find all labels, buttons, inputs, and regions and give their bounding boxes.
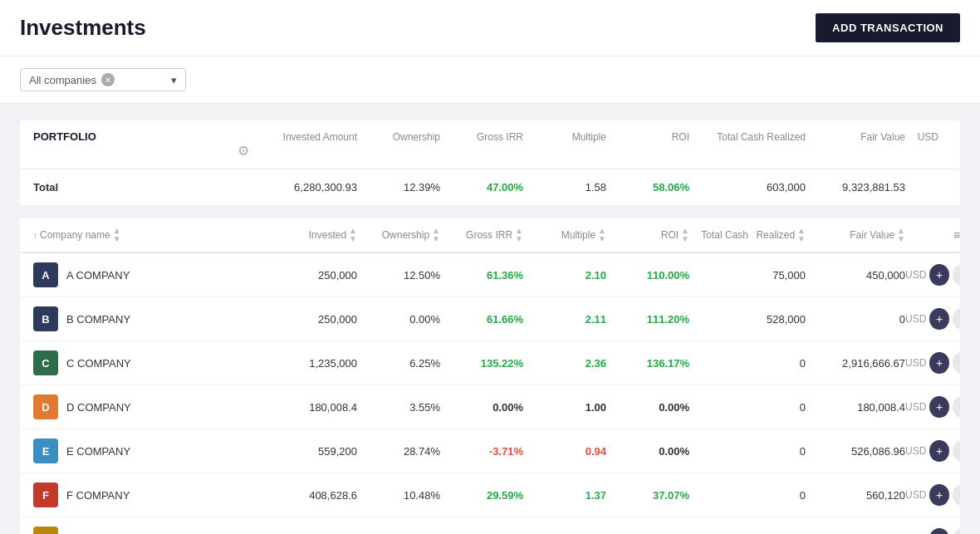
more-options-button[interactable]: ⋮ <box>953 396 960 418</box>
col-invested-amount: Invested Amount <box>249 131 357 143</box>
company-cash-realized: 528,000 <box>689 313 806 326</box>
company-gross-irr: 61.36% <box>440 269 523 282</box>
company-gross-irr: 61.66% <box>440 313 523 326</box>
total-multiple: 1.58 <box>523 181 606 194</box>
company-multiple: 0.94 <box>523 445 606 458</box>
company-actions: USD + ⋮ <box>905 352 960 374</box>
add-transaction-row-button[interactable]: + <box>929 484 948 506</box>
company-currency: USD <box>905 357 926 369</box>
portfolio-header: PORTFOLIO Invested Amount Ownership Gros… <box>20 120 960 169</box>
company-ownership: 0.00% <box>357 313 440 326</box>
company-roi: 0.00% <box>606 401 689 414</box>
company-cash-realized: 75,000 <box>689 269 806 282</box>
company-invested: 1,235,000 <box>249 357 357 370</box>
company-avatar: G <box>33 527 58 534</box>
table-row: C C COMPANY 1,235,000 6.25% 135.22% 2.36… <box>20 341 960 385</box>
company-avatar: D <box>33 394 58 419</box>
more-options-button[interactable]: ⋮ <box>953 440 960 462</box>
company-filter-dropdown[interactable]: All companies ✕ ▾ <box>20 68 186 91</box>
table-row: E E COMPANY 559,200 28.74% -3.71% 0.94 0… <box>20 429 960 473</box>
company-gross-irr: 29.59% <box>440 489 523 502</box>
page-title: Investments <box>20 15 146 41</box>
company-actions: USD + ⋮ <box>905 528 960 534</box>
settings-icon[interactable]: ⚙ <box>238 144 249 158</box>
table-row: B B COMPANY 250,000 0.00% 61.66% 2.11 11… <box>20 297 960 341</box>
companies-table: ↑ Company name ▲▼ Invested ▲▼ Ownership … <box>20 218 960 534</box>
more-options-button[interactable]: ⋮ <box>953 308 960 330</box>
company-cash-realized: 0 <box>689 445 806 458</box>
col-header-fair-value[interactable]: Fair Value ▲▼ <box>806 227 905 243</box>
company-avatar: A <box>33 262 58 287</box>
more-options-button[interactable]: ⋮ <box>953 528 960 534</box>
company-multiple: 2.11 <box>523 313 606 326</box>
company-roi: 111.20% <box>606 313 689 326</box>
company-actions: USD + ⋮ <box>905 484 960 506</box>
more-options-button[interactable]: ⋮ <box>953 352 960 374</box>
company-name-text: F COMPANY <box>66 489 130 502</box>
total-fair-value: 9,323,881.53 <box>806 181 905 194</box>
filter-clear-icon[interactable]: ✕ <box>101 73 115 86</box>
company-name-text: D COMPANY <box>66 401 131 414</box>
company-name-text: A COMPANY <box>66 269 130 282</box>
add-transaction-row-button[interactable]: + <box>929 352 948 374</box>
total-ownership: 12.39% <box>357 181 440 194</box>
header: Investments ADD TRANSACTION <box>0 0 980 56</box>
company-roi: 0.00% <box>606 445 689 458</box>
main-content: PORTFOLIO Invested Amount Ownership Gros… <box>0 104 980 534</box>
company-name-cell: D D COMPANY <box>33 394 249 419</box>
total-label: Total <box>33 181 249 194</box>
company-rows-container: A A COMPANY 250,000 12.50% 61.36% 2.10 1… <box>20 253 960 534</box>
company-invested: 180,008.4 <box>249 401 357 414</box>
company-name-cell: B B COMPANY <box>33 306 249 331</box>
company-fair-value: 180,008.4 <box>806 401 905 414</box>
sort-icon-fair-value: ▲▼ <box>897 227 905 243</box>
col-header-ownership[interactable]: Ownership ▲▼ <box>357 227 440 243</box>
sort-icon-gross-irr: ▲▼ <box>515 227 523 243</box>
sort-icon-company: ▲▼ <box>113 227 121 243</box>
col-roi: ROI <box>606 131 689 143</box>
company-cash-realized: 0 <box>689 489 806 502</box>
col-currency: USD <box>905 131 938 143</box>
company-name-text: B COMPANY <box>66 313 130 326</box>
list-filter-icon[interactable]: ≡▼ <box>953 228 960 242</box>
company-roi: 37.07% <box>606 489 689 502</box>
add-transaction-row-button[interactable]: + <box>929 396 948 418</box>
company-multiple: 1.00 <box>523 401 606 414</box>
company-multiple: 2.36 <box>523 357 606 370</box>
more-options-button[interactable]: ⋮ <box>953 264 960 286</box>
col-header-total-cash[interactable]: Total Cash Realized ▲▼ <box>689 227 806 243</box>
col-header-gross-irr[interactable]: Gross IRR ▲▼ <box>440 227 523 243</box>
table-row: D D COMPANY 180,008.4 3.55% 0.00% 1.00 0… <box>20 385 960 429</box>
company-gross-irr: 135.22% <box>440 357 523 370</box>
col-header-invested[interactable]: Invested ▲▼ <box>249 227 357 243</box>
add-transaction-row-button[interactable]: + <box>929 308 948 330</box>
company-roi: 136.17% <box>606 357 689 370</box>
dropdown-arrow-icon: ▾ <box>171 74 177 86</box>
company-multiple: 1.37 <box>523 489 606 502</box>
add-transaction-row-button[interactable]: + <box>929 264 948 286</box>
portfolio-label: PORTFOLIO <box>33 130 249 143</box>
add-transaction-row-button[interactable]: + <box>929 440 948 462</box>
more-options-button[interactable]: ⋮ <box>953 484 960 506</box>
company-currency: USD <box>905 313 926 325</box>
company-currency: USD <box>905 269 926 281</box>
company-actions: USD + ⋮ <box>905 440 960 462</box>
add-transaction-row-button[interactable]: + <box>929 528 948 534</box>
company-avatar: C <box>33 350 58 375</box>
company-currency: USD <box>905 489 926 501</box>
col-header-roi[interactable]: ROI ▲▼ <box>606 227 689 243</box>
company-name-cell: G G COMPANY <box>33 527 249 534</box>
total-gross-irr: 47.00% <box>440 181 523 194</box>
company-currency: USD <box>905 445 926 457</box>
sort-icon-multiple: ▲▼ <box>598 227 606 243</box>
add-transaction-button[interactable]: ADD TRANSACTION <box>816 13 960 42</box>
sort-up-icon: ↑ <box>33 231 37 240</box>
company-invested: 250,000 <box>249 313 357 326</box>
col-gross-irr: Gross IRR <box>440 131 523 143</box>
company-cash-realized: 0 <box>689 401 806 414</box>
col-header-company-name[interactable]: ↑ Company name ▲▼ <box>33 227 249 243</box>
col-header-multiple[interactable]: Multiple ▲▼ <box>523 227 606 243</box>
table-row: F F COMPANY 408,628.6 10.48% 29.59% 1.37… <box>20 473 960 517</box>
company-multiple: 2.10 <box>523 269 606 282</box>
company-name-text: C COMPANY <box>66 357 131 370</box>
